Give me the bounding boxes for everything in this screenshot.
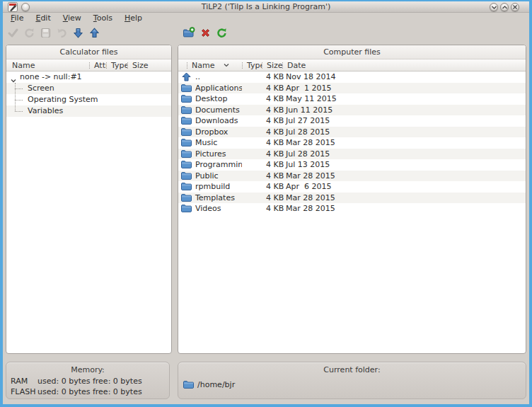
memory-title: Memory: <box>6 362 169 374</box>
file-row[interactable]: Documents 4 KBJun 11 2015 <box>178 105 526 116</box>
folder-icon <box>183 381 194 389</box>
tree-item-screen[interactable]: Screen <box>6 83 171 94</box>
memory-flash-value: used: 0 bytes free: 0 bytes <box>37 386 169 397</box>
folder-icon <box>181 139 192 147</box>
new-folder-button[interactable] <box>183 27 195 40</box>
tree-item-variables[interactable]: Variables <box>6 105 171 117</box>
column-header-name[interactable]: Name <box>178 59 242 71</box>
menu-tools[interactable]: Tools <box>90 13 116 23</box>
calculator-files-panel: Calculator files Name Attr Type Size non… <box>6 45 172 354</box>
undo-button[interactable] <box>55 27 68 40</box>
delete-x-icon <box>200 27 212 39</box>
calculator-tree: none -> null:#1 Screen Operating System … <box>6 71 171 117</box>
column-header-attr[interactable]: Attr <box>89 59 106 71</box>
memory-ram-value: used: 0 bytes free: 0 bytes <box>37 376 169 386</box>
folder-icon <box>181 128 192 136</box>
menu-file[interactable]: File <box>7 13 27 23</box>
file-row[interactable]: Desktop 4 KBMay 11 2015 <box>178 93 526 105</box>
folder-icon <box>181 194 192 202</box>
new-folder-icon <box>183 27 195 39</box>
undo-icon <box>56 27 68 39</box>
current-folder-path: /home/bjr <box>197 380 235 389</box>
transfer-up-button[interactable] <box>88 27 100 40</box>
folder-icon <box>181 106 192 114</box>
save-icon <box>40 27 52 39</box>
close-button[interactable] <box>511 3 519 11</box>
refresh-calc-button[interactable] <box>23 27 35 40</box>
menu-edit[interactable]: Edit <box>32 13 54 23</box>
column-header-size[interactable]: Size <box>127 59 171 71</box>
memory-flash-row: FLASH used: 0 bytes free: 0 bytes <box>11 386 169 397</box>
file-row[interactable]: Downloads 4 KBJul 27 2015 <box>178 115 526 127</box>
refresh-green-icon <box>216 27 228 39</box>
check-icon <box>7 27 19 39</box>
minimize-button[interactable] <box>490 3 498 11</box>
tree-item-label: Operating System <box>28 95 98 104</box>
file-row[interactable]: Applications 4 KBApr 1 2015 <box>178 83 526 94</box>
computer-files-panel: Computer files Name Type Size Date .. 4 … <box>178 45 526 354</box>
menu-help[interactable]: Help <box>121 13 146 23</box>
computer-table-header: Name Type Size Date <box>178 59 526 71</box>
file-row[interactable]: Dropbox 4 KBJul 28 2015 <box>178 127 526 138</box>
file-row[interactable]: Videos 4 KBMar 28 2015 <box>178 203 526 214</box>
transfer-down-button[interactable] <box>71 27 84 40</box>
file-row[interactable]: .. 4 KBNov 18 2014 <box>178 71 526 83</box>
refresh-icon <box>23 27 35 39</box>
tree-item-label: Screen <box>28 84 54 93</box>
save-button[interactable] <box>39 27 52 40</box>
computer-file-list: .. 4 KBNov 18 2014 Applications 4 KBApr … <box>178 71 526 214</box>
memory-flash-label: FLASH <box>11 386 37 397</box>
menubar: File Edit View Tools Help <box>3 13 529 23</box>
computer-files-title: Computer files <box>178 45 526 59</box>
delete-button[interactable] <box>199 27 212 40</box>
arrow-down-icon <box>72 27 84 39</box>
folder-icon <box>181 150 192 158</box>
calculator-files-title: Calculator files <box>6 45 171 59</box>
current-folder-title: Current folder: <box>178 362 526 374</box>
sort-indicator-icon <box>224 63 229 67</box>
window-menu-button[interactable] <box>21 3 30 11</box>
window-title: TiLP2 ('Tilp Is a Linking Program') <box>3 2 529 11</box>
tilp2-window: TiLP2 ('Tilp Is a Linking Program') File… <box>0 0 532 407</box>
memory-panel: Memory: RAM used: 0 bytes free: 0 bytes … <box>6 362 170 399</box>
column-header-type[interactable]: Type <box>106 59 127 71</box>
tree-item-operating-system[interactable]: Operating System <box>6 94 171 105</box>
tree-item-label: Variables <box>28 106 63 115</box>
menu-view[interactable]: View <box>59 13 85 23</box>
column-header-size[interactable]: Size <box>262 59 282 71</box>
memory-ram-row: RAM used: 0 bytes free: 0 bytes <box>11 376 169 386</box>
arrow-up-icon <box>88 27 100 39</box>
column-header-type[interactable]: Type <box>242 59 262 71</box>
calculator-table-header: Name Attr Type Size <box>6 59 171 71</box>
tree-root-row[interactable]: none -> null:#1 <box>6 71 171 83</box>
toolbar <box>3 23 529 42</box>
file-row[interactable]: Templates 4 KBMar 28 2015 <box>178 193 526 204</box>
column-header-date[interactable]: Date <box>282 59 526 71</box>
maximize-button[interactable] <box>500 3 509 11</box>
folder-icon <box>181 117 192 125</box>
file-row[interactable]: Pictures 4 KBJul 28 2015 <box>178 149 526 160</box>
up-folder-icon <box>181 72 192 81</box>
file-row[interactable]: Programming 4 KBJul 13 2015 <box>178 159 526 171</box>
folder-icon <box>181 172 192 180</box>
folder-icon <box>181 84 192 92</box>
folder-icon <box>181 183 192 190</box>
folder-icon <box>181 205 192 212</box>
titlebar[interactable]: TiLP2 ('Tilp Is a Linking Program') <box>3 1 529 13</box>
ok-button[interactable] <box>6 27 19 40</box>
folder-icon <box>181 161 192 168</box>
file-row[interactable]: rpmbuild 4 KBApr 6 2015 <box>178 181 526 193</box>
file-row[interactable]: Public 4 KBMar 28 2015 <box>178 171 526 182</box>
folder-icon <box>181 95 192 103</box>
tree-root-label: none -> null:#1 <box>20 72 82 81</box>
file-row[interactable]: Music 4 KBMar 28 2015 <box>178 137 526 149</box>
refresh-folder-button[interactable] <box>215 27 228 40</box>
current-folder-panel: Current folder: /home/bjr <box>178 362 526 399</box>
column-header-name[interactable]: Name <box>6 59 89 71</box>
memory-ram-label: RAM <box>11 376 37 386</box>
